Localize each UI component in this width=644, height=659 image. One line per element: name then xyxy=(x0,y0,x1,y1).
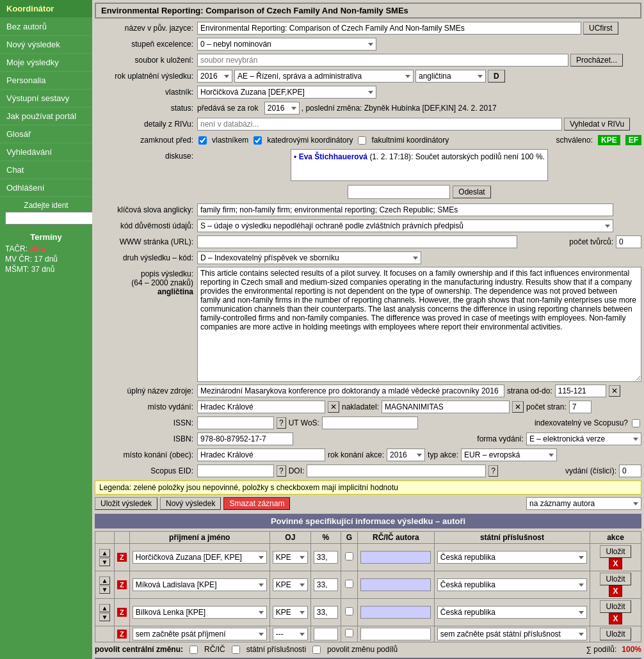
www-input[interactable] xyxy=(197,235,517,248)
arrow-up-2[interactable]: ▲ xyxy=(99,576,111,585)
issn-input[interactable] xyxy=(197,417,274,429)
arrow-down-3[interactable]: ▼ xyxy=(99,613,111,621)
author-oj-select-2[interactable]: KPE xyxy=(273,578,308,591)
stupen-select[interactable]: 0 – nebyl nominován xyxy=(197,38,376,51)
author-name-select-3[interactable]: Bílková Lenka [KPE] xyxy=(133,606,267,619)
author-rc-1[interactable] xyxy=(360,551,431,564)
author-name-select-2[interactable]: Míková Ladislava [KPE] xyxy=(133,578,267,591)
arrow-down-2[interactable]: ▼ xyxy=(99,585,111,594)
nakladatel-input[interactable] xyxy=(382,401,510,413)
fakultnimi-checkbox[interactable] xyxy=(358,136,366,145)
detaily-input[interactable] xyxy=(197,118,562,131)
sidebar-item-glosar[interactable]: Glosář xyxy=(0,125,92,143)
jazyk-select[interactable]: angličtina xyxy=(415,70,486,83)
nazev-input[interactable] xyxy=(197,22,581,35)
author-save-2[interactable]: Uložit xyxy=(600,573,631,585)
author-delete-1[interactable]: X xyxy=(609,558,622,569)
vydani-input[interactable] xyxy=(619,464,641,477)
author-stat-select-2[interactable]: Česká republika xyxy=(437,578,587,591)
author-pct-new[interactable] xyxy=(314,628,338,640)
indexovatelny-checkbox[interactable] xyxy=(632,419,640,427)
typ-akce-select[interactable]: EUR – evropská xyxy=(461,449,557,461)
doi-help[interactable]: ? xyxy=(488,465,498,477)
sidebar-item-jak-pouzivat-portal[interactable]: Jak používat portál xyxy=(0,107,92,125)
scopus-help[interactable]: ? xyxy=(277,465,286,477)
prochazet-button[interactable]: Procházet... xyxy=(570,54,623,67)
misto-vydani-clear[interactable]: ✕ xyxy=(328,401,339,413)
status-rok-select[interactable]: 2016 xyxy=(264,102,300,115)
author-name-select-1[interactable]: Horčičková Zuzana [DEF, KPE] xyxy=(133,551,267,564)
na-zaznamy-select[interactable]: na záznamy autora xyxy=(526,497,641,510)
katedrovymi-checkbox[interactable] xyxy=(254,136,262,145)
rok-konani-select[interactable]: 2016 xyxy=(387,449,425,461)
klic-slova-input[interactable] xyxy=(197,203,613,216)
author-save-3[interactable]: Uložit xyxy=(600,600,631,613)
nakladatel-clear[interactable]: ✕ xyxy=(512,401,524,413)
author-save-1[interactable]: Uložit xyxy=(600,545,631,558)
author-g-2[interactable] xyxy=(345,580,353,588)
novy-vysledek-button[interactable]: Nový výsledek xyxy=(160,497,221,510)
author-delete-3[interactable]: X xyxy=(609,613,622,624)
doi-input[interactable] xyxy=(307,464,486,477)
druh-select[interactable]: D – Indexovatelný příspěvek ve sborníku xyxy=(197,251,421,264)
strana-input[interactable] xyxy=(555,385,606,397)
pocet-tvurcu-input[interactable] xyxy=(616,235,641,248)
author-rc-2[interactable] xyxy=(360,578,431,591)
author-rc-3[interactable] xyxy=(360,606,431,619)
d-button[interactable]: D xyxy=(488,70,505,83)
popis-textarea[interactable]: This article contains selected results o… xyxy=(197,267,641,382)
sidebar-item-odhlaseni[interactable]: Odhlášení xyxy=(0,179,92,197)
odeslat-button[interactable]: Odeslat xyxy=(453,186,490,198)
soubor-input[interactable] xyxy=(197,54,568,67)
stat-checkbox[interactable] xyxy=(232,646,240,654)
author-save-new[interactable]: Uložit xyxy=(600,628,631,640)
sidebar-item-bez-autoru[interactable]: Bez autorů xyxy=(0,18,92,36)
forma-vydani-select[interactable]: E – elektronická verze xyxy=(526,433,641,445)
author-pct-2[interactable] xyxy=(314,578,338,591)
pocet-stran-input[interactable] xyxy=(569,401,592,413)
sidebar-item-vyhledavani[interactable]: Vyhledávání xyxy=(0,143,92,161)
uplny-nazev-input[interactable] xyxy=(197,385,504,397)
arrow-up-3[interactable]: ▲ xyxy=(99,604,111,612)
author-g-3[interactable] xyxy=(345,607,353,615)
ulozit-button[interactable]: Uložit výsledek xyxy=(95,497,157,510)
author-oj-select-1[interactable]: KPE xyxy=(273,551,308,564)
kod-duvern-select[interactable]: S – údaje o výsledku nepodléhají ochraně… xyxy=(197,219,613,232)
discussion-input[interactable] xyxy=(348,185,450,199)
scopus-input[interactable] xyxy=(197,464,274,477)
sidebar-item-vystupni-sestavy[interactable]: Výstupní sestavy xyxy=(0,90,92,107)
ucfirst-button[interactable]: UCfirst xyxy=(583,22,618,35)
misto-konani-input[interactable] xyxy=(197,449,325,461)
author-delete-2[interactable]: X xyxy=(609,585,622,597)
arrow-down-1[interactable]: ▼ xyxy=(99,558,111,566)
author-rc-new[interactable] xyxy=(360,628,431,640)
isbn-input[interactable] xyxy=(197,433,293,445)
author-pct-1[interactable] xyxy=(314,551,338,564)
author-pct-3[interactable] xyxy=(314,606,338,619)
strana-clear-button[interactable]: ✕ xyxy=(609,385,620,397)
smazat-button[interactable]: Smazat záznam xyxy=(223,497,290,510)
sidebar-item-moje-vysledky[interactable]: Moje výsledky xyxy=(0,54,92,72)
author-g-new[interactable] xyxy=(345,629,353,637)
author-stat-select-3[interactable]: Česká republika xyxy=(437,606,587,619)
author-oj-select-3[interactable]: KPE xyxy=(273,606,308,619)
author-stat-select-new[interactable]: sem začněte psát státní příslušnost xyxy=(437,628,587,640)
issn-help[interactable]: ? xyxy=(277,417,286,429)
arrow-up-1[interactable]: ▲ xyxy=(99,549,111,557)
author-stat-select-1[interactable]: Česká republika xyxy=(437,551,587,564)
podily-checkbox[interactable] xyxy=(312,646,321,654)
rc-checkbox[interactable] xyxy=(189,646,198,654)
ident-input[interactable] xyxy=(5,212,92,225)
author-g-1[interactable] xyxy=(345,552,353,560)
misto-vydani-input[interactable] xyxy=(197,401,325,413)
vlastnik-select[interactable]: Horčičková Zuzana [DEF,KPE] xyxy=(197,86,376,99)
sidebar-item-novy-vysledek[interactable]: Nový výsledek xyxy=(0,36,92,54)
author-oj-select-new[interactable]: --- xyxy=(273,628,308,640)
sidebar-item-personalia[interactable]: Personalia xyxy=(0,72,92,90)
vlastnikem-checkbox[interactable] xyxy=(198,136,207,145)
rok-select[interactable]: 2016 xyxy=(197,70,232,83)
vyhledat-riv-button[interactable]: Vyhledat v RIVu xyxy=(564,118,630,131)
ut-wos-input[interactable] xyxy=(322,417,418,429)
author-name-select-new[interactable]: sem začněte psát příjmení xyxy=(133,628,267,640)
ae-select[interactable]: AE – Řízení, správa a administrativa xyxy=(234,70,414,83)
